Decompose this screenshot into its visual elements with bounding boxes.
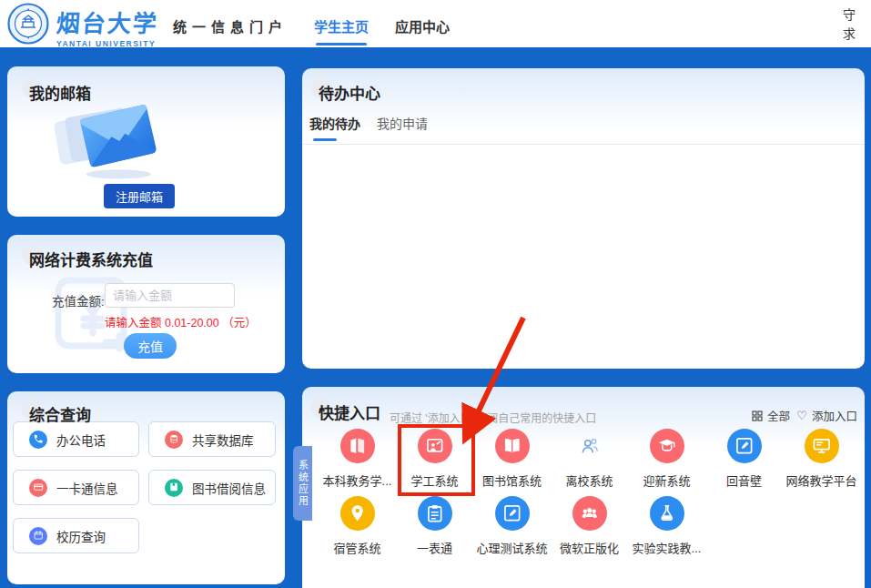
query-button-label: 图书借阅信息 <box>192 479 266 497</box>
query-button[interactable]: 一卡通信息 <box>13 470 139 505</box>
quick-entry-item[interactable]: 实验实践教... <box>628 496 705 556</box>
envelope-illustration-icon <box>33 94 187 187</box>
location-pin-icon <box>340 496 375 531</box>
books-icon <box>340 429 375 463</box>
university-wordmark: 烟台大学 YANTAI UNIVERSITY <box>56 5 158 48</box>
side-tab-system-apps[interactable]: 系统应用 <box>293 446 312 521</box>
quick-entry-item[interactable]: 图书馆系统 <box>473 429 551 489</box>
calendar-icon <box>29 527 47 545</box>
annotation-highlight-box <box>398 424 475 496</box>
todo-tabs: 我的待办 我的申请 <box>309 114 428 141</box>
quick-entry-label: 网络教学平台 <box>785 471 856 489</box>
flask-icon <box>650 496 684 531</box>
quick-entry-item[interactable]: 一表通 <box>396 496 473 556</box>
mailbox-title: 我的邮箱 <box>29 81 91 104</box>
tab-my-applications[interactable]: 我的申请 <box>377 114 428 141</box>
query-button-label: 办公电话 <box>56 431 106 449</box>
quick-entry-item[interactable]: 本科教务学... <box>319 429 396 489</box>
quick-entry-card: 快捷入口 可通过 '添加入口' 订阅自己常用的快捷入口 全部 添加入口 系统应用… <box>302 387 865 588</box>
nav-unified-portal[interactable]: 统一信息门户 <box>173 16 288 35</box>
tab-my-todos[interactable]: 我的待办 <box>309 114 360 141</box>
pencil-square-icon <box>495 496 530 531</box>
quick-entry-item[interactable]: 迎新系统 <box>628 429 705 489</box>
quick-entry-label: 实验实践教... <box>633 539 702 556</box>
top-header: 烟台大学 YANTAI UNIVERSITY 统一信息门户 学生主页 应用中心 … <box>0 0 871 47</box>
query-grid: 办公电话共享数据库一卡通信息图书借阅信息校历查询 <box>13 421 276 553</box>
quick-entry-hint: 可通过 '添加入口' 订阅自己常用的快捷入口 <box>390 410 596 425</box>
query-button[interactable]: 办公电话 <box>13 421 139 457</box>
quick-entry-label: 迎新系统 <box>643 471 690 489</box>
phone-icon <box>29 431 47 449</box>
quick-entry-label: 一表通 <box>417 539 452 556</box>
add-entry-button[interactable]: 添加入口 <box>796 407 857 424</box>
nav-app-center[interactable]: 应用中心 <box>395 16 450 35</box>
quick-entry-item[interactable]: 宿管系统 <box>319 496 396 556</box>
quick-entry-item[interactable]: 回音壁 <box>705 429 783 489</box>
query-button-label: 共享数据库 <box>192 431 254 449</box>
register-mailbox-button[interactable]: 注册邮箱 <box>104 184 175 208</box>
quick-entry-label: 心理测试系统 <box>476 539 547 556</box>
view-all-label: 全部 <box>767 407 790 424</box>
quick-entry-label: 离校系统 <box>565 471 613 489</box>
amount-input[interactable] <box>105 283 235 308</box>
monitor-icon <box>805 429 839 463</box>
todo-card: 待办中心 我的待办 我的申请 <box>302 68 865 369</box>
motto-char-2: 求 <box>842 25 856 44</box>
quick-entry-label: 宿管系统 <box>333 539 380 556</box>
quick-entry-label: 微软正版化 <box>560 539 619 556</box>
university-name-en: YANTAI UNIVERSITY <box>56 39 158 48</box>
quick-entry-item[interactable]: 网络教学平台 <box>783 429 860 489</box>
amount-range-hint: 请输入金额 0.01-20.00 （元） <box>105 313 257 330</box>
people-outline-icon <box>572 429 607 463</box>
quick-entry-label: 图书馆系统 <box>482 471 542 489</box>
query-title: 综合查询 <box>29 402 91 425</box>
database-icon <box>165 431 183 449</box>
card-icon <box>29 479 47 497</box>
open-book-icon <box>495 429 530 463</box>
recharge-title: 网络计费系统充值 <box>29 248 153 270</box>
motto-char-1: 守 <box>842 5 856 25</box>
quick-entry-label: 回音壁 <box>726 471 762 489</box>
query-button-label: 校历查询 <box>56 527 106 545</box>
recharge-submit-button[interactable]: 充值 <box>124 333 177 359</box>
grid-icon <box>752 411 763 421</box>
query-button[interactable]: 图书借阅信息 <box>148 470 276 505</box>
amount-label: 充值金额: <box>52 291 105 309</box>
mailbox-card: 我的邮箱 注册邮箱 <box>7 66 285 217</box>
people-filled-icon <box>572 496 607 531</box>
query-button[interactable]: 校历查询 <box>13 518 139 553</box>
university-seal-logo <box>7 3 49 45</box>
nav-student-home[interactable]: 学生主页 <box>314 16 369 35</box>
motto-text: 守 求 <box>842 5 856 44</box>
quick-entry-item[interactable]: 心理测试系统 <box>473 496 551 556</box>
query-button[interactable]: 共享数据库 <box>148 421 276 457</box>
grad-cap-icon <box>650 429 684 463</box>
clipboard-icon <box>418 496 452 531</box>
university-name-cn: 烟台大学 <box>56 5 160 38</box>
book-icon <box>165 479 183 497</box>
pencil-square-icon <box>727 429 762 463</box>
quick-entry-label: 本科教务学... <box>323 471 392 489</box>
query-card: 综合查询 办公电话共享数据库一卡通信息图书借阅信息校历查询 <box>7 391 285 584</box>
quick-entry-item[interactable]: 离校系统 <box>551 429 628 489</box>
todo-title: 待办中心 <box>319 81 380 104</box>
query-button-label: 一卡通信息 <box>56 479 118 497</box>
quick-row-2: 宿管系统一表通心理测试系统微软正版化实验实践教... <box>319 496 705 556</box>
quick-entry-title: 快捷入口 <box>319 400 380 423</box>
quick-entry-item[interactable]: 微软正版化 <box>551 496 628 556</box>
todo-divider <box>302 144 865 145</box>
recharge-card: 网络计费系统充值 充值金额: 请输入金额 0.01-20.00 （元） 充值 <box>7 235 285 373</box>
heart-icon <box>796 409 807 422</box>
view-all-button[interactable]: 全部 <box>752 407 790 424</box>
add-entry-label: 添加入口 <box>812 407 857 424</box>
